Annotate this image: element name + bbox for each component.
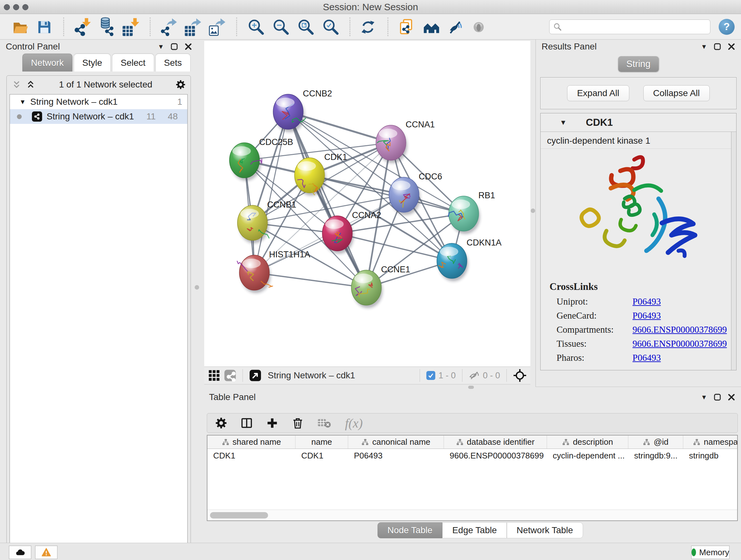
table-cell[interactable]: stringdb	[683, 449, 738, 462]
tab-style[interactable]: Style	[74, 54, 111, 71]
network-badge-icon[interactable]	[224, 369, 236, 381]
zoom-fit-button[interactable]	[297, 18, 314, 36]
column-header[interactable]: namespace	[683, 435, 738, 449]
apply-layout-button[interactable]	[360, 17, 378, 37]
help-button[interactable]: ?	[719, 19, 735, 35]
column-header[interactable]: canonical name	[348, 435, 444, 449]
crosslink-value-link[interactable]: 9606.ENSP00000378699	[632, 336, 727, 351]
crosslink-label: GeneCard:	[556, 308, 632, 322]
crosslink-row: Compartments:9606.ENSP00000378699	[549, 322, 727, 336]
crosshair-icon[interactable]	[513, 369, 527, 382]
float-panel-icon[interactable]	[714, 393, 721, 401]
tab-select[interactable]: Select	[112, 54, 154, 71]
table-cell[interactable]: cyclin-dependent ...	[547, 449, 628, 462]
string-home-button[interactable]	[422, 17, 440, 37]
node-collapse-icon[interactable]: ▼	[560, 118, 567, 127]
graph-node-CDKN1A[interactable]: CDKN1A	[437, 238, 502, 278]
export-table-button[interactable]	[185, 17, 202, 37]
show-glass-ball-button[interactable]	[471, 17, 488, 37]
table-cell[interactable]: stringdb:9...	[628, 449, 683, 462]
search-input[interactable]	[564, 22, 706, 32]
grid-view-icon[interactable]	[208, 369, 220, 381]
column-header[interactable]: database identifier	[444, 435, 547, 449]
column-header[interactable]: name	[295, 435, 348, 449]
memory-button[interactable]: Memory	[691, 546, 730, 559]
tab-sets[interactable]: Sets	[155, 54, 191, 71]
selected-node-edge-counts: 1 - 0	[439, 371, 456, 381]
graph-node-RB1[interactable]: RB1	[448, 191, 495, 231]
string-protein-query-button[interactable]	[398, 17, 416, 37]
tab-network[interactable]: Network	[22, 54, 72, 71]
minimize-window-button[interactable]	[13, 4, 19, 10]
collapse-all-networks-icon[interactable]	[12, 80, 21, 89]
create-column-icon[interactable]	[266, 417, 278, 429]
network-collection-row[interactable]: ▼ String Network – cdk1 1	[10, 95, 187, 109]
table-cell[interactable]: CDK1	[207, 449, 295, 462]
import-network-from-database-button[interactable]	[98, 17, 116, 37]
close-panel-icon[interactable]	[728, 43, 735, 51]
save-session-button[interactable]	[36, 17, 54, 37]
zoom-window-button[interactable]	[22, 4, 28, 10]
table-cell[interactable]: 9606.ENSP00000378699	[444, 449, 547, 462]
right-splitter-handle[interactable]	[531, 208, 535, 213]
graph-node-CCNB1[interactable]: CCNB1	[238, 200, 296, 240]
import-network-button[interactable]	[74, 17, 91, 37]
table-horizontal-scrollbar[interactable]	[207, 509, 737, 520]
network-view-canvas[interactable]: CCNB2CCNA1CDC25BCDK1CDC6RB1CCNB1CCNA2CDK…	[204, 41, 530, 367]
cloud-status-button[interactable]	[9, 546, 31, 559]
column-header[interactable]: shared name	[207, 435, 295, 449]
float-panel-icon[interactable]	[714, 43, 721, 51]
open-session-button[interactable]	[11, 17, 29, 37]
bottom-splitter-handle[interactable]	[468, 386, 474, 389]
column-header[interactable]: description	[547, 435, 628, 449]
import-table-button[interactable]	[122, 17, 140, 37]
node-details-header[interactable]: ▼ CDK1	[541, 113, 736, 132]
show-columns-icon[interactable]	[241, 417, 253, 429]
birds-eye-view-icon[interactable]	[249, 369, 261, 381]
close-panel-icon[interactable]	[728, 393, 735, 401]
graph-node-HIST1H1A[interactable]: HIST1H1A	[237, 250, 310, 290]
network-label: String Network – cdk1	[47, 111, 134, 122]
scrollbar-thumb[interactable]	[210, 512, 268, 518]
results-panel-menu-icon[interactable]: ▼	[701, 43, 707, 51]
tab-edge-table[interactable]: Edge Table	[442, 522, 507, 538]
toolbar-separator	[387, 17, 388, 36]
warnings-button[interactable]	[35, 546, 57, 559]
tab-network-table[interactable]: Network Table	[507, 522, 583, 538]
export-network-button[interactable]	[160, 17, 178, 37]
expand-all-networks-icon[interactable]	[26, 80, 36, 89]
enhanced-labels-button[interactable]	[447, 17, 464, 37]
zoom-in-button[interactable]	[247, 18, 265, 36]
table-panel-menu-icon[interactable]: ▼	[701, 394, 707, 401]
expand-all-button[interactable]: Expand All	[567, 85, 629, 101]
export-image-button[interactable]	[209, 17, 226, 37]
close-panel-icon[interactable]	[185, 43, 192, 51]
control-panel-menu-icon[interactable]: ▼	[158, 43, 164, 51]
graph-node-CDC25B[interactable]: CDC25B	[229, 137, 293, 178]
delete-column-icon[interactable]	[292, 417, 304, 429]
tab-node-table[interactable]: Node Table	[378, 522, 442, 538]
results-scrollbar[interactable]	[731, 132, 736, 370]
table-cell[interactable]: CDK1	[295, 449, 348, 462]
crosslink-value-link[interactable]: 9606.ENSP00000378699	[632, 322, 727, 336]
toolbar-search-field[interactable]	[549, 19, 711, 34]
results-tab-string[interactable]: String	[618, 56, 659, 72]
close-window-button[interactable]	[4, 4, 10, 10]
crosslink-value-link[interactable]: P06493	[632, 294, 661, 308]
network-graph[interactable]: CCNB2CCNA1CDC25BCDK1CDC6RB1CCNB1CCNA2CDK…	[204, 41, 530, 367]
left-splitter-handle[interactable]	[195, 285, 199, 290]
crosslink-value-link[interactable]: P06493	[632, 351, 661, 365]
network-row[interactable]: String Network – cdk1 11 48	[10, 109, 187, 124]
float-panel-icon[interactable]	[171, 43, 178, 51]
toolbar-separator	[150, 17, 151, 36]
collection-expand-icon[interactable]: ▼	[19, 98, 26, 106]
selected-checkbox-icon[interactable]	[426, 371, 435, 380]
zoom-selected-button[interactable]	[322, 18, 339, 36]
network-options-gear-icon[interactable]	[176, 80, 185, 89]
zoom-out-button[interactable]	[272, 18, 289, 36]
column-header[interactable]: @id	[628, 435, 683, 449]
table-cell[interactable]: P06493	[348, 449, 444, 462]
collapse-all-button[interactable]: Collapse All	[643, 85, 710, 101]
table-options-gear-icon[interactable]	[215, 417, 227, 429]
crosslink-value-link[interactable]: P06493	[632, 308, 661, 322]
